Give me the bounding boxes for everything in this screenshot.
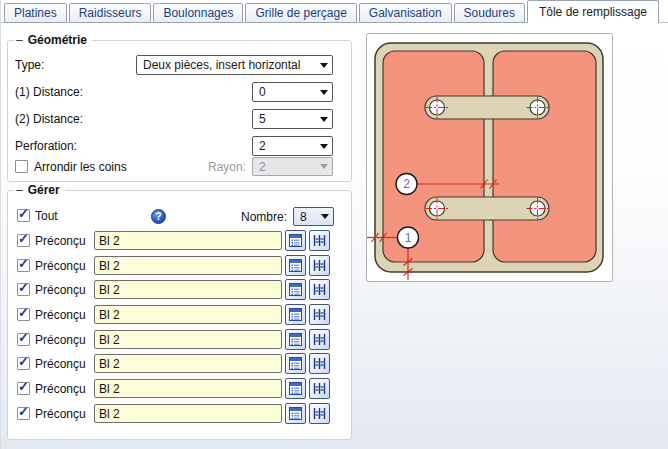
select-from-library-button[interactable]	[285, 230, 306, 251]
distribute-spacing-icon	[313, 382, 326, 395]
chevron-down-icon	[316, 63, 332, 68]
table-list-icon	[289, 333, 302, 346]
spacing-button[interactable]	[309, 378, 330, 399]
table-list-icon	[289, 357, 302, 370]
preconcu-checkbox[interactable]: ✓	[17, 333, 30, 346]
tab-platines[interactable]: Platines	[4, 3, 67, 23]
preconcu-checkbox[interactable]: ✓	[17, 357, 30, 370]
perforation-value: 2	[253, 139, 316, 153]
distribute-spacing-icon	[313, 259, 326, 272]
plate-name-input[interactable]	[94, 231, 282, 250]
plate-name-input[interactable]	[94, 256, 282, 275]
chevron-down-icon	[316, 90, 332, 95]
spacing-button[interactable]	[309, 353, 330, 374]
select-from-library-button[interactable]	[285, 279, 306, 300]
marker-2-label: 2	[403, 177, 410, 191]
preconcu-label: Préconçu	[35, 357, 86, 371]
distance2-label: (2) Distance:	[15, 112, 83, 126]
tab-content: – Géométrie Type: Deux pièces, insert ho…	[1, 24, 668, 449]
distance1-label: (1) Distance:	[15, 85, 83, 99]
table-list-icon	[289, 382, 302, 395]
preconcu-label: Préconçu	[35, 407, 86, 421]
table-list-icon	[289, 259, 302, 272]
select-from-library-button[interactable]	[285, 255, 306, 276]
plate-preview-diagram: 2 1	[366, 33, 613, 282]
nombre-label: Nombre:	[229, 210, 287, 224]
preconcu-checkbox[interactable]: ✓	[17, 308, 30, 321]
chevron-down-icon	[316, 164, 332, 169]
groupbox-gerer-title: Gérer	[28, 183, 60, 197]
chevron-down-icon	[317, 214, 333, 219]
preconcu-checkbox[interactable]: ✓	[17, 382, 30, 395]
distribute-spacing-icon	[313, 333, 326, 346]
tab-raidisseurs[interactable]: Raidisseurs	[69, 3, 152, 23]
distance1-value: 0	[253, 85, 316, 99]
distance2-value: 5	[253, 112, 316, 126]
collapse-icon[interactable]: –	[16, 33, 23, 47]
filler-piece-left	[383, 51, 484, 262]
tab-grille-de-percage[interactable]: Grille de perçage	[245, 3, 356, 23]
plate-name-input[interactable]	[94, 280, 282, 299]
distribute-spacing-icon	[313, 234, 326, 247]
rayon-combobox: 2	[252, 157, 333, 176]
help-icon[interactable]: ?	[151, 209, 166, 224]
spacing-button[interactable]	[309, 230, 330, 251]
plate-name-input[interactable]	[94, 305, 282, 324]
preconcu-label: Préconçu	[35, 333, 86, 347]
tout-label: Tout	[35, 209, 58, 223]
spacing-button[interactable]	[309, 279, 330, 300]
arrondir-les-coins-checkbox[interactable]	[15, 160, 28, 173]
distance1-combobox[interactable]: 0	[252, 82, 333, 102]
table-list-icon	[289, 234, 302, 247]
preconcu-checkbox[interactable]: ✓	[17, 234, 30, 247]
tab-soudures[interactable]: Soudures	[454, 3, 525, 23]
distribute-spacing-icon	[313, 283, 326, 296]
tab-galvanisation[interactable]: Galvanisation	[359, 3, 452, 23]
distribute-spacing-icon	[313, 357, 326, 370]
chevron-down-icon	[316, 144, 332, 149]
tab-boulonnages[interactable]: Boulonnages	[153, 3, 243, 23]
arrondir-les-coins-label: Arrondir les coins	[34, 160, 127, 174]
select-from-library-button[interactable]	[285, 304, 306, 325]
plate-name-input[interactable]	[94, 330, 282, 349]
preconcu-checkbox[interactable]: ✓	[17, 407, 30, 420]
spacing-button[interactable]	[309, 255, 330, 276]
preconcu-label: Préconçu	[35, 259, 86, 273]
plate-name-input[interactable]	[94, 354, 282, 373]
spacing-button[interactable]	[309, 329, 330, 350]
table-list-icon	[289, 283, 302, 296]
distribute-spacing-icon	[313, 308, 326, 321]
rayon-value: 2	[253, 160, 316, 174]
preconcu-label: Préconçu	[35, 382, 86, 396]
perforation-label: Perforation:	[15, 139, 77, 153]
groupbox-geometrie-title: Géométrie	[28, 33, 87, 47]
marker-1-label: 1	[405, 231, 412, 245]
preconcu-label: Préconçu	[35, 234, 86, 248]
tab-tole-de-remplissage[interactable]: Tôle de remplissage	[527, 0, 659, 23]
nombre-value: 8	[294, 210, 317, 224]
table-list-icon	[289, 308, 302, 321]
preconcu-checkbox[interactable]: ✓	[17, 259, 30, 272]
preconcu-checkbox[interactable]: ✓	[17, 283, 30, 296]
dialog: Platines Raidisseurs Boulonnages Grille …	[0, 0, 668, 449]
spacing-button[interactable]	[309, 403, 330, 424]
plate-name-input[interactable]	[94, 404, 282, 423]
type-value: Deux pièces, insert horizontal	[137, 58, 316, 72]
nombre-combobox[interactable]: 8	[293, 207, 334, 226]
tout-checkbox[interactable]: ✓	[17, 209, 30, 222]
select-from-library-button[interactable]	[285, 378, 306, 399]
select-from-library-button[interactable]	[285, 403, 306, 424]
rayon-label: Rayon:	[186, 160, 246, 174]
preconcu-label: Préconçu	[35, 283, 86, 297]
distance2-combobox[interactable]: 5	[252, 109, 333, 129]
perforation-combobox[interactable]: 2	[252, 136, 333, 156]
plate-name-input[interactable]	[94, 379, 282, 398]
filler-piece-right	[493, 51, 596, 262]
distribute-spacing-icon	[313, 407, 326, 420]
spacing-button[interactable]	[309, 304, 330, 325]
collapse-icon[interactable]: –	[16, 183, 23, 197]
select-from-library-button[interactable]	[285, 329, 306, 350]
type-label: Type:	[15, 58, 44, 72]
type-combobox[interactable]: Deux pièces, insert horizontal	[136, 55, 333, 75]
select-from-library-button[interactable]	[285, 353, 306, 374]
